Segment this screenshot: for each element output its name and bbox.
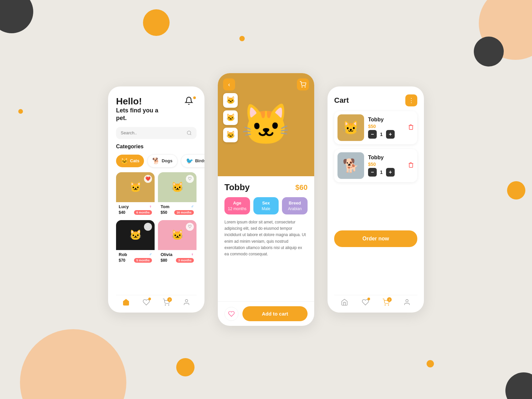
thumb-1[interactable]: 🐱 <box>223 93 238 108</box>
olivia-gender-icon: ♀ <box>191 252 194 257</box>
cart-item-tobby1-info: Tobby $50 − 1 + <box>368 117 404 139</box>
pet-card-tom[interactable]: 🐱 ♡ Tom ♂ $50 16 months <box>158 172 197 217</box>
category-birds[interactable]: 🐦 Birds <box>181 154 204 168</box>
lucy-gender-icon: ♀ <box>149 204 152 209</box>
phone-detail: 🐱 ‹ 🐱 🐱 🐱 Tobby $60 Age 12 month <box>218 73 314 326</box>
thumb-3[interactable]: 🐱 <box>223 128 238 142</box>
rob-favorite-button[interactable]: ♡ <box>144 223 152 231</box>
notification-bell-icon[interactable] <box>185 96 197 108</box>
olivia-price: $80 <box>161 258 167 263</box>
tobby2-decrease-button[interactable]: − <box>368 168 377 177</box>
detail-pet-price: $60 <box>295 183 308 192</box>
sex-stat: Sex Male <box>253 197 279 214</box>
pet-grid: 🐱 ❤️ Lucy ♀ $40 6 months 🐱 ♡ <box>116 172 197 265</box>
nav-home-icon[interactable] <box>122 299 130 306</box>
cart-bottom-nav: 2 <box>334 295 417 307</box>
svg-point-6 <box>385 305 386 305</box>
tom-age: 16 months <box>174 210 194 215</box>
notification-dot <box>193 96 196 99</box>
lucy-name: Lucy <box>119 204 129 209</box>
tobby1-qty-value: 1 <box>380 132 383 137</box>
cart-item-tobby2-name: Tobby <box>368 155 404 161</box>
cart-nav-home-icon[interactable] <box>341 299 348 306</box>
pet-card-olivia[interactable]: 🐱 ♡ Olivia ♀ $80 3 months <box>158 220 197 265</box>
pet-card-rob[interactable]: 🐱 ♡ Rob ♂ $70 5 months <box>116 220 155 265</box>
home-bottom-nav: 2 <box>116 295 197 307</box>
cart-item-tobby2-info: Tobby $50 − 1 + <box>368 155 404 177</box>
svg-point-8 <box>406 300 408 302</box>
pet-hero-section: 🐱 ‹ 🐱 🐱 🐱 <box>218 73 314 176</box>
rob-name: Rob <box>119 252 127 257</box>
cart-item-tobby2-qty: − 1 + <box>368 168 404 177</box>
svg-point-0 <box>187 131 191 135</box>
cart-menu-button[interactable]: ⋮ <box>405 94 417 106</box>
cart-nav-heart-icon[interactable] <box>362 299 369 306</box>
breed-stat: Breed Arabian <box>282 197 308 214</box>
olivia-info: Olivia ♀ $80 3 months <box>158 250 197 265</box>
nav-profile-icon[interactable] <box>183 299 190 306</box>
cart-badge-count: 2 <box>387 297 392 302</box>
pet-card-lucy[interactable]: 🐱 ❤️ Lucy ♀ $40 6 months <box>116 172 155 217</box>
tobby2-delete-button[interactable] <box>408 162 414 170</box>
detail-pet-name: Tobby <box>224 182 250 193</box>
hero-cart-button[interactable] <box>297 78 309 90</box>
cart-title: Cart <box>334 96 349 105</box>
svg-point-7 <box>388 305 389 305</box>
back-button[interactable]: ‹ <box>223 78 235 90</box>
svg-point-2 <box>169 305 169 305</box>
pet-stats-row: Age 12 months Sex Male Breed Arabian <box>224 197 308 214</box>
category-dogs[interactable]: 🐕 Dogs <box>147 154 178 168</box>
cart-nav-cart-icon[interactable]: 2 <box>382 299 390 306</box>
rob-info: Rob ♂ $70 5 months <box>116 250 155 265</box>
cart-nav-profile-icon[interactable] <box>403 299 411 306</box>
tobby1-increase-button[interactable]: + <box>386 130 395 139</box>
heart-nav-dot <box>148 298 151 300</box>
cart-item-tobby2-price: $50 <box>368 162 404 167</box>
rob-gender-icon: ♂ <box>149 252 152 257</box>
nav-heart-icon[interactable] <box>143 299 150 306</box>
cart-item-tobby1-price: $50 <box>368 124 404 129</box>
tobby2-qty-value: 1 <box>380 170 383 175</box>
tom-info: Tom ♂ $50 16 months <box>158 202 197 217</box>
tobby1-decrease-button[interactable]: − <box>368 130 377 139</box>
nav-cart-icon[interactable]: 2 <box>163 299 170 306</box>
tom-gender-icon: ♂ <box>191 204 194 209</box>
tom-price: $50 <box>161 210 167 215</box>
tom-favorite-button[interactable]: ♡ <box>186 175 194 183</box>
home-title: Hello! Lets find you a pet. <box>116 96 158 122</box>
olivia-favorite-button[interactable]: ♡ <box>186 223 194 231</box>
cart-item-tobby1-name: Tobby <box>368 117 404 123</box>
tobby2-increase-button[interactable]: + <box>386 168 395 177</box>
search-bar[interactable] <box>116 127 197 139</box>
lucy-price: $40 <box>119 210 125 215</box>
olivia-name: Olivia <box>161 252 172 257</box>
category-cats[interactable]: 🐱 Cats <box>116 155 144 167</box>
cart-nav-badge: 2 <box>167 297 172 302</box>
svg-point-3 <box>185 300 188 302</box>
cats-label: Cats <box>130 158 139 163</box>
lucy-favorite-button[interactable]: ❤️ <box>144 175 152 183</box>
phone-home: Hello! Lets find you a pet. Cat <box>108 86 204 313</box>
order-now-button[interactable]: Order now <box>334 230 417 247</box>
pet-description: Lorem ipsum dolor sit amet, consectetur … <box>224 219 308 257</box>
cart-item-tobby2-image: 🐕 <box>337 152 364 179</box>
thumb-2[interactable]: 🐱 <box>223 110 238 125</box>
tobby1-delete-button[interactable] <box>408 124 414 132</box>
detail-favorite-button[interactable] <box>224 307 238 321</box>
categories-row: 🐱 Cats 🐕 Dogs 🐦 Birds <box>116 154 197 168</box>
add-to-cart-button[interactable]: Add to cart <box>242 306 308 321</box>
lucy-age: 6 months <box>134 210 152 215</box>
cart-heart-dot <box>367 298 370 300</box>
phone-cart: Cart ⋮ 🐱 Tobby $50 − 1 + 🐕 Tobby <box>328 86 424 313</box>
svg-point-4 <box>302 87 303 87</box>
svg-point-1 <box>165 305 166 305</box>
cart-item-tobby1-image: 🐱 <box>337 114 364 141</box>
cart-item-tobby2: 🐕 Tobby $50 − 1 + <box>334 149 417 182</box>
lucy-info: Lucy ♀ $40 6 months <box>116 202 155 217</box>
rob-price: $70 <box>119 258 125 263</box>
detail-body: Tobby $60 Age 12 months Sex Male Breed A… <box>218 176 314 301</box>
search-input[interactable] <box>121 130 184 135</box>
categories-label: Categories <box>116 144 197 150</box>
cart-item-tobby1-qty: − 1 + <box>368 130 404 139</box>
svg-point-5 <box>305 87 306 87</box>
